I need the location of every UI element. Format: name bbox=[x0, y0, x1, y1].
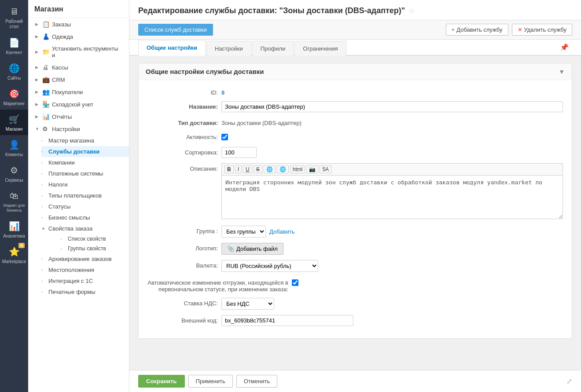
sidebar-item-content[interactable]: 📄 Контент bbox=[0, 33, 28, 59]
vat-select[interactable]: Без НДС bbox=[221, 298, 274, 310]
ext-code-input[interactable] bbox=[221, 315, 353, 326]
ext-code-value bbox=[221, 315, 563, 326]
section-title: Общие настройки службы доставки bbox=[146, 68, 264, 75]
sidebar-item-shop[interactable]: 🛒 Магазин bbox=[0, 110, 28, 135]
sort-input[interactable] bbox=[221, 147, 257, 158]
sort-label: Сортировка: bbox=[147, 147, 218, 156]
favorite-icon[interactable]: ☆ bbox=[408, 7, 415, 15]
marketplace-badge: ★ bbox=[18, 243, 25, 248]
buyers-arrow: ▶ bbox=[35, 90, 40, 94]
reports-icon: 📊 bbox=[42, 113, 49, 120]
settings-arrow: ▼ bbox=[35, 127, 40, 131]
delete-service-button[interactable]: ✕ Удалить службу bbox=[512, 24, 572, 36]
tab-general[interactable]: Общие настройки bbox=[138, 40, 206, 56]
cashier-icon: 🖨 bbox=[42, 64, 49, 71]
form-row-ext-code: Внешний код: bbox=[147, 315, 563, 326]
file-icon: 📎 bbox=[227, 245, 234, 252]
nav-item-tools[interactable]: ▶ 📁 Установить инструменты и bbox=[28, 43, 129, 61]
nav-item-buyers[interactable]: ▶ 👥 Покупатели bbox=[28, 86, 129, 98]
order-props-arrow: ▼ bbox=[41, 227, 46, 231]
editor-btn-underline[interactable]: U bbox=[243, 165, 252, 173]
nav-item-locations[interactable]: • Местоположения bbox=[41, 264, 129, 275]
content-icon: 📄 bbox=[8, 37, 20, 49]
sidebar-item-sites[interactable]: 🌐 Сайты bbox=[0, 59, 28, 84]
form-row-logo: Логотип: 📎 Добавить файл bbox=[147, 243, 563, 255]
add-file-button[interactable]: 📎 Добавить файл bbox=[221, 243, 283, 255]
nav-item-warehouse[interactable]: ▶ 🏪 Складской учет bbox=[28, 98, 129, 110]
clothes-icon: 👗 bbox=[42, 33, 49, 40]
tools-icon: 📁 bbox=[42, 48, 49, 55]
icon-sidebar: 🖥 Рабочий стол 📄 Контент 🌐 Сайты 🎯 Марке… bbox=[0, 0, 28, 392]
nav-item-archive[interactable]: • Архивирование заказов bbox=[41, 253, 129, 264]
description-label: Описание: bbox=[147, 163, 218, 172]
sort-value bbox=[221, 147, 563, 158]
nav-item-orders[interactable]: ▶ 📋 Заказы bbox=[28, 18, 129, 30]
nav-item-1c[interactable]: • Интеграция с 1С bbox=[41, 275, 129, 286]
editor-btn-image[interactable]: 📷 bbox=[306, 165, 318, 173]
nav-item-taxes[interactable]: • Налоги bbox=[41, 179, 129, 190]
activity-checkbox[interactable] bbox=[221, 134, 228, 140]
currency-select[interactable]: RUB (Российский рубль) bbox=[221, 260, 318, 272]
nav-item-settings[interactable]: ▼ ⚙ Настройки bbox=[28, 123, 129, 135]
sidebar-item-marketing[interactable]: 🎯 Маркетинг bbox=[0, 84, 28, 110]
description-textarea[interactable]: Интеграция сторонних модулей зон служб д… bbox=[221, 175, 563, 219]
form-row-activity: Активность: bbox=[147, 132, 563, 142]
section-collapse-icon[interactable]: ▼ bbox=[559, 68, 565, 75]
tab-profiles[interactable]: Профили bbox=[252, 41, 294, 56]
sidebar-item-clients[interactable]: 👤 Клиенты bbox=[0, 135, 28, 161]
sidebar-item-analytics[interactable]: 📊 Аналитика bbox=[0, 216, 28, 242]
sidebar-item-marketplace[interactable]: ⭐ Marketplace ★ bbox=[0, 242, 28, 267]
form-row-delivery-type: Тип доставки: Зоны доставки (DBS-адаптер… bbox=[147, 117, 563, 126]
add-group-link[interactable]: Добавить bbox=[269, 228, 294, 235]
editor-btn-5a[interactable]: 5A bbox=[320, 165, 331, 173]
editor-btn-bold[interactable]: B bbox=[224, 165, 234, 173]
nav-item-payment[interactable]: • Платежные системы bbox=[41, 168, 129, 179]
group-select[interactable]: Без группы bbox=[221, 226, 266, 238]
name-input[interactable] bbox=[221, 101, 563, 112]
editor-btn-globe2[interactable]: 🌐 bbox=[277, 165, 289, 173]
nav-item-companies[interactable]: • Компании bbox=[41, 157, 129, 168]
sidebar-item-desktop[interactable]: 🖥 Рабочий стол bbox=[0, 2, 28, 33]
nav-sidebar: Магазин ▶ 📋 Заказы ▶ 👗 Одежда ▶ 📁 Устано… bbox=[28, 0, 129, 392]
page-title: Редактирование службы доставки: "Зоны до… bbox=[138, 6, 405, 15]
add-service-button[interactable]: + Добавить службу bbox=[446, 24, 508, 36]
save-button[interactable]: Сохранить bbox=[138, 375, 185, 388]
sidebar-item-business[interactable]: 🛍 Маркет для бизнеса bbox=[0, 186, 28, 216]
nav-item-crm[interactable]: ▶ 💼 CRM bbox=[28, 73, 129, 86]
nav-item-cashier[interactable]: ▶ 🖨 Кассы bbox=[28, 61, 129, 73]
sidebar-item-services[interactable]: ⚙ Сервисы bbox=[0, 161, 28, 186]
auto-change-checkbox[interactable] bbox=[292, 279, 298, 286]
cancel-button[interactable]: Отменить bbox=[236, 375, 277, 388]
nav-item-props-groups[interactable]: • Группы свойств bbox=[61, 244, 129, 253]
main-content: Редактирование службы доставки: "Зоны до… bbox=[129, 0, 581, 392]
currency-label: Валюта: bbox=[147, 260, 218, 269]
logo-label: Логотип: bbox=[147, 243, 218, 252]
nav-item-order-props[interactable]: ▼ Свойства заказа bbox=[41, 223, 129, 234]
nav-item-reports[interactable]: ▶ 📊 Отчёты bbox=[28, 110, 129, 123]
list-button[interactable]: Список служб доставки bbox=[138, 24, 213, 36]
delivery-type-value: Зоны доставки (DBS-адаптер) bbox=[221, 117, 563, 126]
editor-btn-html[interactable]: html bbox=[290, 165, 305, 173]
name-value bbox=[221, 101, 563, 112]
nav-item-statuses[interactable]: • Статусы bbox=[41, 201, 129, 212]
editor-btn-strike[interactable]: S bbox=[254, 165, 262, 173]
nav-item-shop-wizard[interactable]: • Мастер магазина bbox=[41, 135, 129, 146]
nav-item-payer-types[interactable]: • Типы плательщиков bbox=[41, 190, 129, 201]
id-label: ID: bbox=[147, 87, 218, 96]
pin-icon[interactable]: 📌 bbox=[556, 40, 572, 55]
nav-item-props-list[interactable]: • Список свойств bbox=[61, 234, 129, 244]
editor-btn-globe1[interactable]: 🌐 bbox=[264, 165, 276, 173]
tools-arrow: ▶ bbox=[35, 50, 40, 54]
tab-restrictions[interactable]: Ограничения bbox=[294, 41, 346, 56]
clothes-arrow: ▶ bbox=[35, 34, 40, 39]
form-row-vat: Ставка НДС: Без НДС bbox=[147, 298, 563, 310]
apply-button[interactable]: Применить bbox=[188, 375, 233, 388]
orders-icon: 📋 bbox=[42, 21, 49, 28]
nav-item-print-forms[interactable]: • Печатные формы bbox=[41, 286, 129, 297]
nav-item-biz-meanings[interactable]: • Бизнес смыслы bbox=[41, 212, 129, 223]
nav-item-clothes[interactable]: ▶ 👗 Одежда bbox=[28, 30, 129, 43]
nav-item-delivery[interactable]: • Службы доставки bbox=[41, 146, 129, 157]
editor-btn-italic[interactable]: I bbox=[235, 165, 242, 173]
tab-settings[interactable]: Настройки bbox=[206, 41, 251, 56]
expand-icon[interactable]: ⤢ bbox=[566, 377, 572, 385]
